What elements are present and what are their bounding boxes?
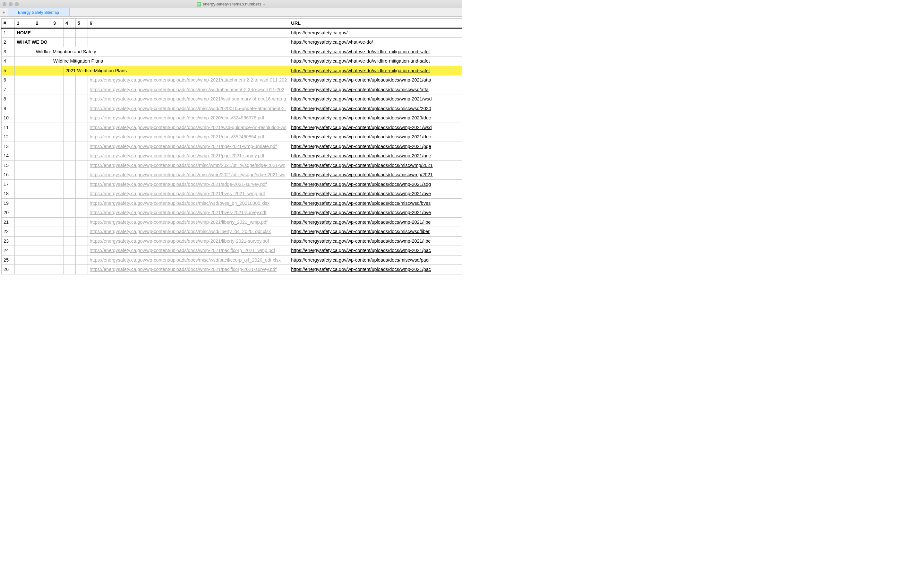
cell[interactable] (63, 198, 75, 208)
doc-link-cell[interactable]: https://energysafety.ca.gov/wp-content/u… (90, 229, 271, 234)
cell[interactable] (15, 189, 34, 199)
cell[interactable] (34, 189, 51, 199)
cell[interactable] (51, 170, 63, 180)
cell[interactable] (34, 141, 51, 151)
cell[interactable] (34, 217, 51, 227)
header-cell[interactable]: # (2, 19, 15, 28)
cell[interactable] (15, 227, 34, 237)
cell[interactable] (34, 208, 51, 218)
doc-link-cell[interactable]: https://energysafety.ca.gov/wp-content/u… (90, 182, 267, 187)
cell[interactable]: WHAT WE DO (15, 38, 51, 47)
cell[interactable]: https://energysafety.ca.gov/wp-content/u… (88, 208, 289, 218)
cell[interactable] (51, 151, 63, 161)
cell[interactable] (15, 123, 34, 132)
doc-link-cell[interactable]: https://energysafety.ca.gov/wp-content/u… (90, 219, 268, 225)
chevron-down-icon[interactable]: ⌄ (263, 2, 266, 6)
url-cell[interactable]: https://energysafety.ca.gov/ (289, 28, 462, 38)
row-number-cell[interactable]: 22 (2, 227, 15, 237)
cell[interactable] (75, 85, 88, 95)
cell[interactable] (63, 255, 75, 265)
cell[interactable]: https://energysafety.ca.gov/wp-content/u… (88, 75, 289, 85)
sheet-tab-active[interactable]: Energy Safety Sitemap (8, 8, 70, 17)
url-link[interactable]: https://energysafety.ca.gov/wp-content/u… (291, 267, 431, 272)
url-cell[interactable]: https://energysafety.ca.gov/wp-content/u… (289, 151, 462, 161)
cell[interactable]: https://energysafety.ca.gov/wp-content/u… (88, 113, 289, 123)
cell[interactable] (51, 85, 63, 95)
cell[interactable] (15, 66, 34, 75)
row-number-cell[interactable]: 14 (2, 151, 15, 161)
row-number-cell[interactable]: 21 (2, 217, 15, 227)
sheet-canvas[interactable]: # 1 2 3 4 5 6 URL 1HOMEhttps://energysaf… (0, 17, 462, 281)
cell[interactable]: HOME (15, 28, 34, 38)
add-sheet-button[interactable]: + (0, 8, 8, 17)
cell[interactable] (63, 141, 75, 151)
cell[interactable] (63, 123, 75, 132)
cell[interactable] (34, 132, 51, 142)
cell[interactable]: https://energysafety.ca.gov/wp-content/u… (88, 123, 289, 132)
cell[interactable] (63, 151, 75, 161)
cell[interactable] (34, 123, 51, 132)
row-number-cell[interactable]: 11 (2, 123, 15, 132)
cell[interactable] (15, 198, 34, 208)
cell[interactable] (15, 104, 34, 113)
url-cell[interactable]: https://energysafety.ca.gov/wp-content/u… (289, 198, 462, 208)
cell[interactable]: https://energysafety.ca.gov/wp-content/u… (88, 141, 289, 151)
doc-link-cell[interactable]: https://energysafety.ca.gov/wp-content/u… (90, 191, 265, 196)
cell[interactable] (75, 265, 88, 275)
cell[interactable] (34, 255, 51, 265)
cell[interactable]: https://energysafety.ca.gov/wp-content/u… (88, 132, 289, 142)
url-cell[interactable]: https://energysafety.ca.gov/wp-content/u… (289, 85, 462, 95)
doc-link-cell[interactable]: https://energysafety.ca.gov/wp-content/u… (90, 134, 264, 139)
cell[interactable]: Wildfire Mitigation and Safety (34, 47, 289, 57)
cell[interactable] (51, 161, 63, 170)
cell[interactable]: https://energysafety.ca.gov/wp-content/u… (88, 217, 289, 227)
cell[interactable] (75, 38, 88, 47)
cell[interactable] (51, 198, 63, 208)
row-number-cell[interactable]: 6 (2, 75, 15, 85)
cell[interactable] (63, 170, 75, 180)
doc-link-cell[interactable]: https://energysafety.ca.gov/wp-content/u… (90, 163, 285, 168)
cell[interactable] (34, 85, 51, 95)
cell[interactable] (75, 151, 88, 161)
cell[interactable] (34, 95, 51, 104)
header-cell[interactable]: URL (289, 19, 462, 28)
cell[interactable] (15, 161, 34, 170)
header-cell[interactable]: 2 (34, 19, 51, 28)
row-number-cell[interactable]: 7 (2, 85, 15, 95)
cell[interactable]: https://energysafety.ca.gov/wp-content/u… (88, 227, 289, 237)
cell[interactable] (75, 198, 88, 208)
cell[interactable] (51, 38, 63, 47)
cell[interactable] (15, 95, 34, 104)
cell[interactable] (15, 151, 34, 161)
doc-link-cell[interactable]: https://energysafety.ca.gov/wp-content/u… (90, 248, 275, 253)
cell[interactable]: https://energysafety.ca.gov/wp-content/u… (88, 236, 289, 246)
cell[interactable] (75, 132, 88, 142)
cell[interactable] (63, 236, 75, 246)
cell[interactable] (51, 227, 63, 237)
cell[interactable] (51, 104, 63, 113)
cell[interactable] (15, 179, 34, 189)
cell[interactable] (63, 95, 75, 104)
url-cell[interactable]: https://energysafety.ca.gov/wp-content/u… (289, 246, 462, 255)
header-cell[interactable]: 4 (63, 19, 75, 28)
cell[interactable] (75, 95, 88, 104)
cell[interactable] (51, 132, 63, 142)
cell[interactable] (15, 170, 34, 180)
cell[interactable]: https://energysafety.ca.gov/wp-content/u… (88, 198, 289, 208)
cell[interactable] (34, 170, 51, 180)
row-number-cell[interactable]: 5 (2, 66, 15, 75)
cell[interactable] (15, 265, 34, 275)
cell[interactable] (51, 75, 63, 85)
cell[interactable]: https://energysafety.ca.gov/wp-content/u… (88, 265, 289, 275)
cell[interactable]: https://energysafety.ca.gov/wp-content/u… (88, 246, 289, 255)
url-cell[interactable]: https://energysafety.ca.gov/wp-content/u… (289, 141, 462, 151)
header-cell[interactable]: 6 (88, 19, 289, 28)
cell[interactable] (34, 246, 51, 255)
row-number-cell[interactable]: 16 (2, 170, 15, 180)
cell[interactable] (51, 141, 63, 151)
cell[interactable] (51, 246, 63, 255)
cell[interactable] (63, 217, 75, 227)
cell[interactable] (15, 57, 34, 66)
cell[interactable] (34, 198, 51, 208)
url-link[interactable]: https://energysafety.ca.gov/wp-content/u… (291, 182, 431, 187)
